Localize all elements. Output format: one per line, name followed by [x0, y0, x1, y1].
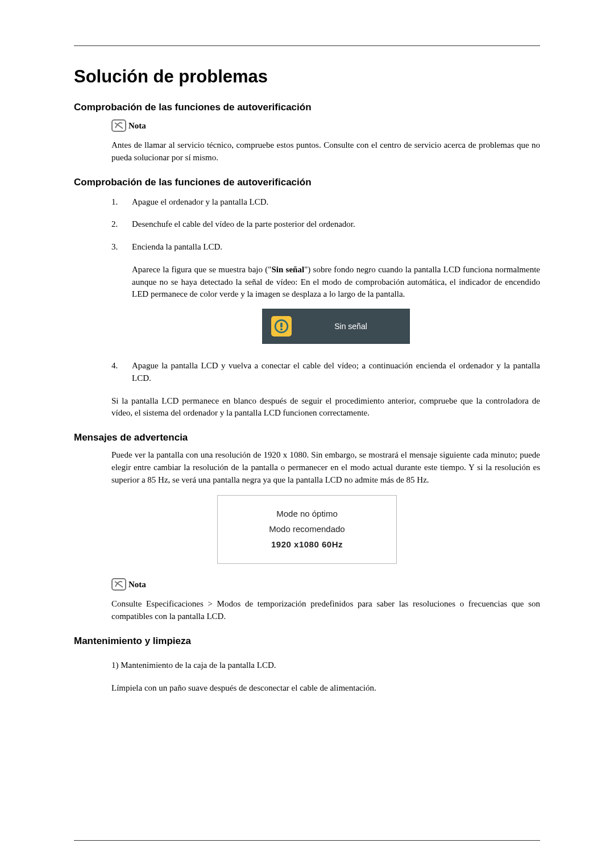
warning-icon	[271, 316, 292, 337]
step-3-detail: Aparece la figura que se muestra bajo ("…	[132, 264, 540, 301]
note-row-1: Nota	[111, 119, 540, 132]
page-title: Solución de problemas	[74, 67, 540, 87]
svg-rect-2	[280, 323, 283, 328]
top-rule	[74, 45, 540, 46]
step-4: Apague la pantalla LCD y vuelva a conect…	[111, 360, 540, 385]
figure-sin-senal: Sin señal	[262, 309, 410, 344]
step3-bold: Sin señal	[271, 265, 304, 274]
step-3-text: Encienda la pantalla LCD.	[132, 242, 222, 251]
mode-line1: Mode no óptimo	[225, 506, 389, 521]
maintenance-line1: 1) Mantenimiento de la caja de la pantal…	[111, 659, 540, 672]
note-row-2: Nota	[111, 578, 540, 591]
warnings-body: Puede ver la pantalla con una resolución…	[111, 449, 540, 486]
note-label-1: Nota	[128, 121, 146, 131]
note-label-2: Nota	[128, 580, 146, 589]
figure-sin-senal-text: Sin señal	[292, 321, 410, 332]
heading-maintenance: Mantenimiento y limpieza	[74, 636, 540, 647]
note-icon	[111, 578, 126, 591]
heading-autoverify-2: Comprobación de las funciones de autover…	[74, 177, 540, 188]
note-icon	[111, 119, 126, 132]
maintenance-line2: Límpiela con un paño suave después de de…	[111, 682, 540, 695]
note-body-2: Consulte Especificaciones > Modos de tem…	[111, 598, 540, 623]
section2-closing: Si la pantalla LCD permanece en blanco d…	[111, 395, 540, 420]
step-2: Desenchufe el cable del vídeo de la part…	[111, 218, 540, 231]
steps-list: Apague el ordenador y la pantalla LCD. D…	[111, 196, 540, 385]
step-3: Encienda la pantalla LCD. Aparece la fig…	[111, 241, 540, 344]
mode-line2: Modo recomendado	[225, 521, 389, 537]
svg-point-3	[280, 328, 283, 330]
bottom-rule	[74, 840, 540, 841]
step-1: Apague el ordenador y la pantalla LCD.	[111, 196, 540, 209]
mode-line3: 1920 x1080 60Hz	[225, 537, 389, 552]
heading-autoverify-1: Comprobación de las funciones de autover…	[74, 102, 540, 113]
heading-warnings: Mensajes de advertencia	[74, 432, 540, 443]
step3-prefix: Aparece la figura que se muestra bajo ("	[132, 265, 271, 274]
figure-mode-not-optimal: Mode no óptimo Modo recomendado 1920 x10…	[217, 495, 397, 564]
note-body-1: Antes de llamar al servicio técnico, com…	[111, 139, 540, 164]
